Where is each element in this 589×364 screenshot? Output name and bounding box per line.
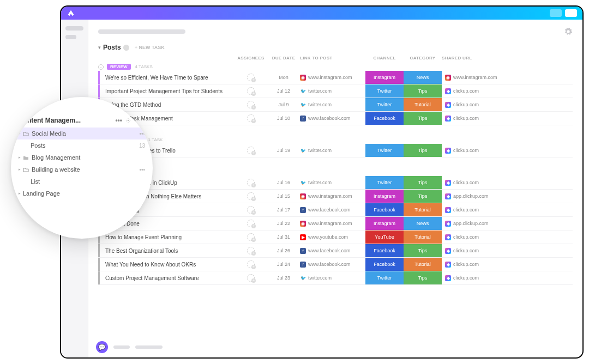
- shared-url[interactable]: ◆clickup.com: [442, 116, 507, 122]
- category-tag[interactable]: Tips: [404, 144, 442, 157]
- assignee-cell[interactable]: [235, 101, 267, 108]
- collapse-icon[interactable]: –: [98, 64, 104, 70]
- link-cell[interactable]: fwww.facebook.com: [300, 116, 365, 122]
- link-cell[interactable]: 🐦twitter.com: [300, 102, 365, 108]
- task-row[interactable]: Custom Project Management Software Jul 2…: [98, 271, 573, 285]
- sidebar-item[interactable]: Posts 13: [11, 139, 153, 151]
- channel-tag[interactable]: Twitter: [365, 144, 404, 157]
- add-assignee-icon[interactable]: [247, 192, 255, 200]
- task-row[interactable]: What You Need to Know About OKRs Jul 24 …: [98, 258, 573, 271]
- sidebar-item[interactable]: ▸ Building a website •••: [11, 163, 153, 175]
- assignee-cell[interactable]: [235, 233, 267, 241]
- due-date[interactable]: Jul 31: [267, 234, 300, 240]
- shared-url[interactable]: ◆clickup.com: [442, 275, 507, 281]
- due-date[interactable]: Jul 26: [267, 248, 300, 253]
- task-row[interactable]: The Top Alternatives to Trello Jul 19 🐦t…: [98, 144, 573, 157]
- assignee-cell[interactable]: [235, 147, 267, 154]
- task-row[interactable]: Goal Tracking Jul 17 fwww.facebook.com F…: [98, 203, 573, 217]
- space-header[interactable]: Content Managem... ••• + ⌕: [11, 117, 153, 128]
- shared-url[interactable]: ◆clickup.com: [442, 102, 507, 108]
- add-assignee-icon[interactable]: [247, 247, 255, 254]
- add-task-button[interactable]: + ADD TASK: [98, 157, 573, 168]
- add-assignee-icon[interactable]: [247, 114, 255, 122]
- shared-url[interactable]: ◆clickup.com: [442, 148, 507, 154]
- status-header[interactable]: – REVIEW 4 TASKS: [98, 63, 573, 71]
- channel-tag[interactable]: Twitter: [365, 271, 404, 284]
- add-assignee-icon[interactable]: [247, 233, 255, 241]
- assignee-cell[interactable]: [235, 247, 267, 254]
- channel-tag[interactable]: Facebook: [365, 244, 404, 257]
- category-tag[interactable]: Tutorial: [404, 203, 442, 216]
- sidebar-item[interactable]: ▸ Social Media •••: [11, 128, 153, 139]
- status-header[interactable]: – IN PROGRESS 1 TASK: [98, 136, 573, 144]
- assignee-cell[interactable]: [235, 192, 267, 200]
- assignee-cell[interactable]: [235, 260, 267, 268]
- category-tag[interactable]: Tips: [404, 190, 442, 203]
- item-meta[interactable]: 13: [139, 143, 145, 149]
- channel-tag[interactable]: Instagram: [365, 71, 404, 84]
- link-cell[interactable]: ◉www.instagram.com: [300, 221, 365, 227]
- category-tag[interactable]: Tips: [404, 244, 442, 257]
- channel-tag[interactable]: Facebook: [365, 258, 404, 271]
- channel-tag[interactable]: Instagram: [365, 217, 404, 230]
- channel-tag[interactable]: Twitter: [365, 176, 404, 189]
- add-assignee-icon[interactable]: [247, 260, 255, 268]
- category-tag[interactable]: Tips: [404, 271, 442, 284]
- add-assignee-icon[interactable]: [247, 274, 255, 282]
- add-assignee-icon[interactable]: [247, 147, 255, 154]
- link-cell[interactable]: ◉www.instagram.com: [300, 75, 365, 81]
- assignee-cell[interactable]: [235, 206, 267, 214]
- category-tag[interactable]: Tutorial: [404, 230, 442, 244]
- link-cell[interactable]: ◉www.instagram.com: [300, 193, 365, 199]
- info-icon[interactable]: [123, 45, 129, 51]
- shared-url[interactable]: ◉www.instagram.com: [442, 75, 507, 81]
- channel-tag[interactable]: Instagram: [365, 190, 404, 203]
- settings-icon[interactable]: [564, 27, 573, 36]
- task-row[interactable]: Important Project Management Tips for St…: [98, 84, 573, 98]
- task-row[interactable]: Agile Development in ClickUp Jul 16 🐦twi…: [98, 176, 573, 190]
- assignee-cell[interactable]: [235, 114, 267, 122]
- link-cell[interactable]: 🐦twitter.com: [300, 180, 365, 186]
- shared-url[interactable]: ◆clickup.com: [442, 234, 507, 240]
- shared-url[interactable]: ◆app.clickup.com: [442, 193, 507, 199]
- category-tag[interactable]: News: [404, 71, 442, 84]
- due-date[interactable]: Jul 22: [267, 221, 300, 226]
- task-row[interactable]: We're so Efficient, We Have Time to Spar…: [98, 71, 573, 84]
- shared-url[interactable]: ◆clickup.com: [442, 207, 507, 213]
- item-meta[interactable]: •••: [139, 167, 145, 173]
- due-date[interactable]: Jul 19: [267, 148, 300, 153]
- due-date[interactable]: Jul 12: [267, 88, 300, 94]
- link-cell[interactable]: ▶www.youtube.com: [300, 234, 365, 240]
- category-tag[interactable]: News: [404, 217, 442, 230]
- more-icon[interactable]: •••: [115, 117, 122, 124]
- list-header[interactable]: ▾ Posts + NEW TASK: [98, 44, 573, 51]
- due-date[interactable]: Jul 17: [267, 207, 300, 213]
- due-date[interactable]: Jul 15: [267, 193, 300, 199]
- task-row[interactable]: The Best Organizational Tools Jul 26 fww…: [98, 244, 573, 258]
- shared-url[interactable]: ◆clickup.com: [442, 262, 507, 268]
- task-row[interactable]: Using the GTD Method Jul 9 🐦twitter.com …: [98, 98, 573, 112]
- status-header[interactable]: – OPEN 8 TASKS: [98, 168, 573, 176]
- shared-url[interactable]: ◆clickup.com: [442, 88, 507, 94]
- assignee-cell[interactable]: [235, 74, 267, 81]
- channel-tag[interactable]: YouTube: [365, 230, 404, 244]
- add-assignee-icon[interactable]: [247, 179, 255, 186]
- window-maximize-button[interactable]: [565, 9, 577, 17]
- shared-url[interactable]: ◆clickup.com: [442, 180, 507, 186]
- shared-url[interactable]: ◆clickup.com: [442, 248, 507, 254]
- due-date[interactable]: Jul 16: [267, 180, 300, 185]
- category-tag[interactable]: Tips: [404, 84, 442, 98]
- link-cell[interactable]: fwww.facebook.com: [300, 262, 365, 268]
- task-row[interactable]: Personal Task Management Jul 10 fwww.fac…: [98, 112, 573, 125]
- add-assignee-icon[interactable]: [247, 220, 255, 227]
- link-cell[interactable]: fwww.facebook.com: [300, 207, 365, 213]
- category-tag[interactable]: Tutorial: [404, 258, 442, 271]
- link-cell[interactable]: 🐦twitter.com: [300, 148, 365, 154]
- add-assignee-icon[interactable]: [247, 74, 255, 81]
- channel-tag[interactable]: Twitter: [365, 98, 404, 111]
- new-task-button[interactable]: + NEW TASK: [135, 45, 165, 50]
- due-date[interactable]: Jul 10: [267, 116, 300, 121]
- sidebar-item[interactable]: ▸ Landing Page: [11, 187, 153, 199]
- channel-tag[interactable]: Facebook: [365, 203, 404, 216]
- task-row[interactable]: Creativity is When Nothing Else Matters …: [98, 190, 573, 203]
